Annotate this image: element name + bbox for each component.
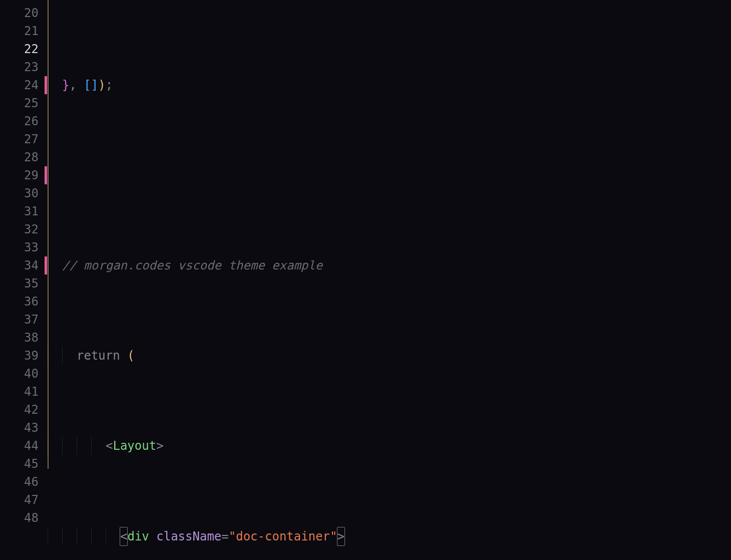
code-line[interactable]: }, []); <box>48 76 731 94</box>
line-number: 47 <box>0 491 48 509</box>
comma: , <box>69 78 76 92</box>
line-number: 24 <box>0 76 48 94</box>
line-number: 34 <box>0 256 48 274</box>
line-number: 40 <box>0 365 48 383</box>
line-number: 31 <box>0 202 48 220</box>
bracket-match-close: > <box>337 527 345 546</box>
code-line[interactable]: // morgan.codes vscode theme example <box>48 256 731 274</box>
block-guide <box>48 0 49 469</box>
line-number: 21 <box>0 22 48 40</box>
line-number: 22 <box>0 40 48 58</box>
code-line[interactable] <box>48 166 731 184</box>
angle-close: > <box>156 439 163 453</box>
line-number: 27 <box>0 130 48 148</box>
code-editor[interactable]: 20 21 22 23 24 25 26 27 28 29 30 31 32 3… <box>0 0 731 560</box>
line-number: 25 <box>0 94 48 112</box>
keyword-return: return <box>77 349 120 363</box>
array-literal: [] <box>84 78 98 92</box>
line-number: 48 <box>0 509 48 527</box>
comment: // morgan.codes vscode theme example <box>62 258 322 272</box>
modified-indicator <box>45 166 47 184</box>
line-number-gutter: 20 21 22 23 24 25 26 27 28 29 30 31 32 3… <box>0 0 48 560</box>
modified-indicator <box>45 76 47 94</box>
code-line[interactable]: return ( <box>48 347 731 365</box>
code-line[interactable]: <div className="doc-container"> <box>48 527 731 545</box>
line-number: 35 <box>0 274 48 293</box>
line-number: 39 <box>0 347 48 365</box>
angle-open: < <box>106 439 113 453</box>
line-number: 37 <box>0 311 48 329</box>
string-doc-container: doc-container <box>236 529 330 543</box>
line-number: 43 <box>0 419 48 437</box>
line-number: 20 <box>0 4 48 22</box>
code-line[interactable]: <Layout> <box>48 437 731 455</box>
line-number: 42 <box>0 401 48 419</box>
attr-classname: className <box>156 529 221 543</box>
line-number: 41 <box>0 383 48 401</box>
brace-close: } <box>62 78 69 92</box>
line-number: 28 <box>0 148 48 166</box>
paren-close: ) <box>98 78 105 92</box>
line-number: 45 <box>0 455 48 473</box>
line-number: 44 <box>0 437 48 455</box>
line-number: 33 <box>0 238 48 256</box>
jsx-tag-div: div <box>127 529 149 543</box>
line-number: 23 <box>0 58 48 76</box>
line-number: 32 <box>0 220 48 238</box>
line-number: 29 <box>0 166 48 184</box>
paren-open: ( <box>127 349 134 363</box>
line-number: 46 <box>0 473 48 491</box>
modified-indicator <box>45 256 47 274</box>
bracket-match-open: < <box>120 527 128 546</box>
semicolon: ; <box>106 78 113 92</box>
line-number: 38 <box>0 329 48 347</box>
line-number: 26 <box>0 112 48 130</box>
line-number: 30 <box>0 184 48 202</box>
jsx-tag-layout: Layout <box>113 439 156 453</box>
line-number: 36 <box>0 293 48 311</box>
code-area[interactable]: }, []); // morgan.codes vscode theme exa… <box>48 0 731 560</box>
